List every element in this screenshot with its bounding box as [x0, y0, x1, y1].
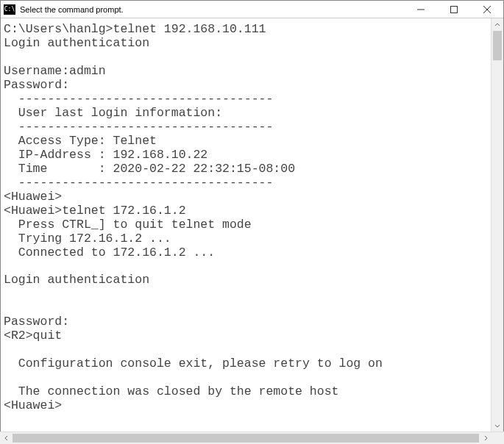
scroll-right-arrow[interactable] — [479, 432, 491, 444]
svg-rect-1 — [450, 6, 457, 12]
app-icon: C:\ — [4, 4, 15, 15]
terminal-output[interactable]: C:\Users\hanlg>telnet 192.168.10.111 Log… — [1, 18, 503, 432]
scroll-down-arrow[interactable] — [491, 419, 503, 432]
scroll-corner — [491, 432, 504, 444]
close-button[interactable] — [470, 1, 503, 18]
close-icon — [483, 6, 491, 13]
scroll-up-arrow[interactable] — [491, 18, 503, 31]
minimize-icon — [417, 6, 425, 13]
maximize-button[interactable] — [437, 1, 470, 18]
scroll-left-arrow[interactable] — [0, 432, 13, 444]
chevron-down-icon — [494, 423, 500, 429]
maximize-icon — [450, 6, 458, 13]
horizontal-scroll-thumb[interactable] — [13, 434, 479, 443]
vertical-scrollbar[interactable] — [491, 18, 503, 432]
content-area: C:\Users\hanlg>telnet 192.168.10.111 Log… — [1, 18, 503, 432]
chevron-up-icon — [494, 22, 500, 28]
window-titlebar: C:\ Select the command prompt. — [1, 1, 503, 18]
chevron-left-icon — [4, 435, 10, 441]
chevron-right-icon — [483, 435, 489, 441]
window-controls — [404, 1, 503, 18]
horizontal-scrollbar[interactable] — [0, 432, 504, 444]
minimize-button[interactable] — [404, 1, 437, 18]
window-title: Select the command prompt. — [20, 5, 404, 14]
vertical-scroll-thumb[interactable] — [493, 31, 502, 60]
horizontal-scroll-track[interactable] — [13, 432, 479, 444]
